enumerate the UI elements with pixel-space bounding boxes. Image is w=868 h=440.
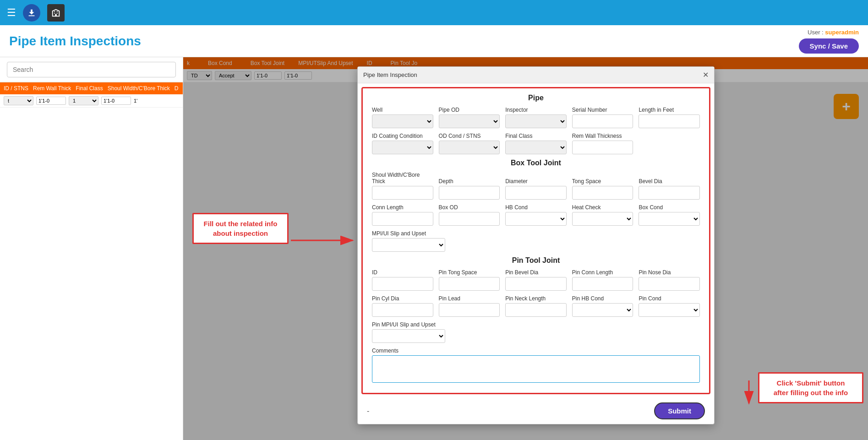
- type-select[interactable]: t: [4, 96, 33, 105]
- pin-bevel-label: Pin Bevel Dia: [505, 269, 567, 276]
- hb-cond-select[interactable]: [505, 212, 567, 226]
- well-label: Well: [372, 107, 433, 113]
- rem-wall-label: Rem Wall Thickness: [572, 133, 633, 139]
- pin-bevel-input[interactable]: [505, 277, 567, 291]
- serial-number-label: Serial Number: [572, 107, 633, 113]
- field-box-cond: Box Cond: [639, 204, 700, 226]
- field-final-class: Final Class: [505, 133, 567, 154]
- field-bevel-dia: Bevel Dia: [639, 178, 700, 200]
- field-id-coating: ID Coating Condition: [372, 133, 433, 154]
- depth-input[interactable]: [439, 186, 500, 200]
- conn-length-label: Conn Length: [372, 204, 433, 211]
- pipe-od-label: Pipe OD: [439, 107, 500, 113]
- box-row-2: Conn Length Box OD HB Cond Heat Check: [372, 204, 700, 226]
- mpiui-select[interactable]: [372, 238, 445, 252]
- pin-nose-input[interactable]: [639, 277, 700, 291]
- pin-cond-select[interactable]: [639, 303, 700, 317]
- sync-save-button[interactable]: Sync / Save: [799, 38, 859, 54]
- box-od-input[interactable]: [439, 212, 500, 226]
- shoul-input[interactable]: [101, 97, 131, 105]
- comments-textarea[interactable]: [372, 355, 700, 383]
- field-pin-nose: Pin Nose Dia: [639, 269, 700, 291]
- left-annotation-text: Fill out the related infoabout inspectio…: [204, 220, 278, 237]
- id-coating-label: ID Coating Condition: [372, 133, 433, 139]
- tong-space-input[interactable]: [572, 186, 633, 200]
- pin-row-3: Pin MPI/UI Slip and Upset: [372, 321, 700, 343]
- search-input[interactable]: [7, 62, 176, 77]
- pin-mpiui-select[interactable]: [372, 329, 445, 343]
- field-well: Well: [372, 107, 433, 128]
- header-right: User : superadmin Sync / Save: [799, 29, 859, 54]
- serial-number-input[interactable]: [572, 114, 633, 128]
- heat-check-select[interactable]: [572, 212, 633, 226]
- pin-id-input[interactable]: [372, 277, 433, 291]
- pin-conn-input[interactable]: [572, 277, 633, 291]
- id-coating-select[interactable]: [372, 141, 433, 154]
- od-cond-label: OD Cond / STNS: [439, 133, 500, 139]
- length-feet-label: Length in Feet: [639, 107, 700, 113]
- page-title: Pipe Item Inspections: [9, 34, 141, 49]
- cell-rem-wall: [36, 97, 66, 105]
- modal-close-button[interactable]: ✕: [703, 71, 709, 79]
- pin-conn-label: Pin Conn Length: [572, 269, 633, 276]
- well-select[interactable]: [372, 114, 433, 128]
- bevel-dia-label: Bevel Dia: [639, 178, 700, 185]
- depth-label: Depth: [439, 178, 500, 185]
- field-diameter: Diameter: [505, 178, 567, 200]
- diameter-input[interactable]: [505, 186, 567, 200]
- pin-tong-input[interactable]: [439, 277, 500, 291]
- field-pin-neck: Pin Neck Length: [505, 295, 567, 317]
- inspector-label: Inspector: [505, 107, 567, 113]
- box-cond-select[interactable]: [639, 212, 700, 226]
- left-table-header: ID / STNS Rem Wall Thick Final Class Sho…: [0, 82, 183, 94]
- building-icon[interactable]: [47, 4, 65, 22]
- pin-neck-label: Pin Neck Length: [505, 295, 567, 302]
- header-bar: Pipe Item Inspections User : superadmin …: [0, 25, 868, 57]
- pipe-od-select[interactable]: [439, 114, 500, 128]
- user-label: User : superadmin: [808, 29, 859, 36]
- field-serial-number: Serial Number: [572, 107, 633, 128]
- rem-wall-input[interactable]: [572, 141, 633, 154]
- pipe-row-1: Well Pipe OD Inspector Serial Number: [372, 107, 700, 128]
- shoul-width-label: Shoul Width/C'Bore Thick: [372, 172, 433, 185]
- od-cond-select[interactable]: [439, 141, 500, 154]
- pin-neck-input[interactable]: [505, 303, 567, 317]
- field-pin-id: ID: [372, 269, 433, 291]
- final-class-select[interactable]: 1: [69, 96, 98, 105]
- inspector-select[interactable]: [505, 114, 567, 128]
- length-feet-input[interactable]: [639, 114, 700, 128]
- pin-nose-label: Pin Nose Dia: [639, 269, 700, 276]
- final-class-select[interactable]: [505, 141, 567, 154]
- col-id-stns: ID / STNS: [4, 85, 28, 92]
- modal-dialog: Pipe Item Inspection ✕ Pipe Well Pipe OD: [357, 66, 715, 424]
- hamburger-menu[interactable]: ☰: [7, 7, 16, 19]
- field-conn-length: Conn Length: [372, 204, 433, 226]
- heat-check-label: Heat Check: [572, 204, 633, 211]
- box-cond-label: Box Cond: [639, 204, 700, 211]
- pin-row-1: ID Pin Tong Space Pin Bevel Dia Pin Conn…: [372, 269, 700, 291]
- box-tool-joint-title: Box Tool Joint: [372, 159, 700, 167]
- pin-lead-input[interactable]: [439, 303, 500, 317]
- pin-id-label: ID: [372, 269, 433, 276]
- modal-body: Pipe Well Pipe OD Inspector: [361, 87, 710, 394]
- table-row: t 1 1': [0, 94, 183, 108]
- modal-footer: - Submit: [358, 398, 714, 424]
- pin-hb-cond-label: Pin HB Cond: [572, 295, 633, 302]
- bevel-dia-input[interactable]: [639, 186, 700, 200]
- comments-row: Comments: [372, 348, 700, 383]
- field-pin-mpiui: Pin MPI/UI Slip and Upset: [372, 321, 445, 343]
- final-class-label: Final Class: [505, 133, 567, 139]
- field-pin-bevel: Pin Bevel Dia: [505, 269, 567, 291]
- download-icon[interactable]: [23, 4, 40, 22]
- pipe-section-title: Pipe: [372, 94, 700, 102]
- pin-hb-cond-select[interactable]: [572, 303, 633, 317]
- field-heat-check: Heat Check: [572, 204, 633, 226]
- col-rem-wall: Rem Wall Thick: [33, 85, 71, 92]
- pin-cyl-input[interactable]: [372, 303, 433, 317]
- shoul-width-input[interactable]: [372, 186, 433, 200]
- submit-button[interactable]: Submit: [654, 402, 705, 419]
- rem-wall-input[interactable]: [36, 97, 66, 105]
- cell-type: t: [4, 96, 33, 105]
- conn-length-input[interactable]: [372, 212, 433, 226]
- col-final-class: Final Class: [76, 85, 103, 92]
